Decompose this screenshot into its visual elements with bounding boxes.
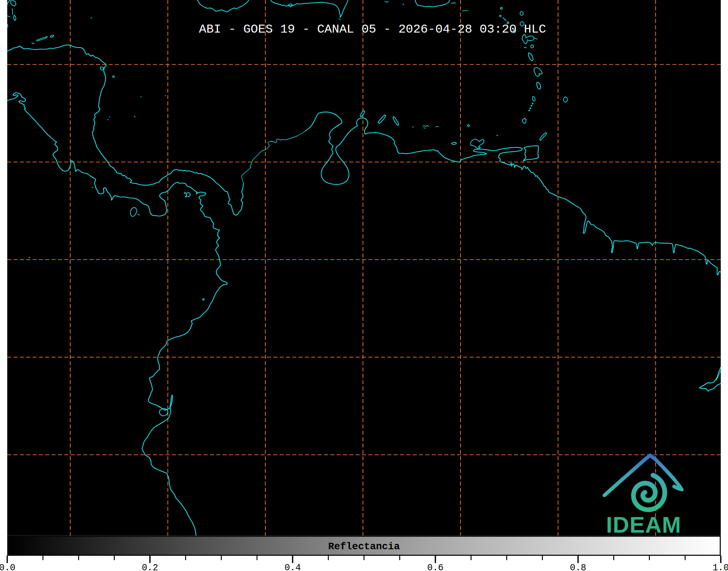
svg-text:0.4: 0.4 [285,563,301,571]
svg-text:0.2: 0.2 [142,563,158,571]
svg-text:1.0: 1.0 [712,563,728,571]
svg-text:Reflectancia: Reflectancia [328,541,400,552]
svg-text:IDEAM: IDEAM [606,512,681,537]
svg-text:0.8: 0.8 [570,563,586,571]
svg-text:0.6: 0.6 [427,563,443,571]
svg-text:ABI - GOES 19 - CANAL 05 - 202: ABI - GOES 19 - CANAL 05 - 2026-04-28 03… [199,22,546,36]
svg-text:0.0: 0.0 [0,563,16,571]
